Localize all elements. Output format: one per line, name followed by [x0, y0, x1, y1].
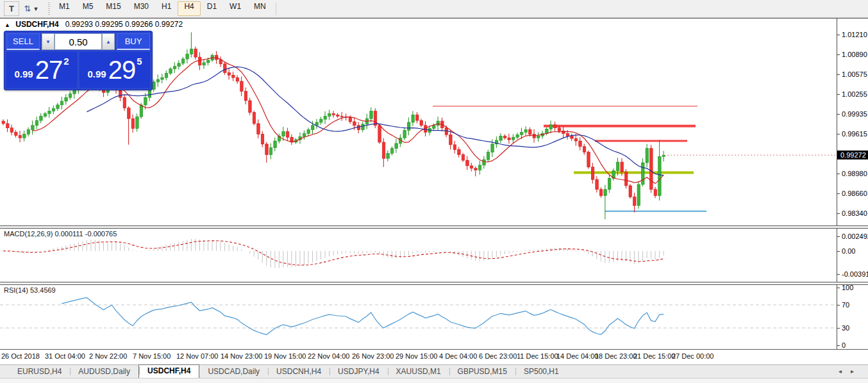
- buy-price-display[interactable]: 0.99 29 5: [79, 52, 150, 88]
- timeframe-d1[interactable]: D1: [201, 1, 223, 16]
- scale-tick-mark: [837, 35, 840, 35]
- rsi-value: 53.4569: [30, 286, 56, 294]
- mt4-terminal-window: T ⇅ ▼ M1 M5 M15 M30 H1 H4 D1 W1 MN ▲ USD…: [0, 0, 868, 383]
- toolbar-separator: [276, 3, 276, 15]
- tab-scroll-right-icon[interactable]: ▸: [851, 368, 863, 375]
- sell-price-pips: 27: [35, 53, 63, 86]
- scale-tick-label: 0.98980: [842, 170, 867, 177]
- tab-xauusd-m1[interactable]: XAUUSD,M1: [388, 366, 449, 378]
- time-scale-label: 14 Nov 23:00: [221, 352, 262, 360]
- tab-sp500-h1[interactable]: SP500,H1: [515, 366, 567, 378]
- timeframe-mn[interactable]: MN: [247, 1, 272, 16]
- spin-up-icon: ▲: [106, 39, 111, 45]
- tab-usdcad-daily[interactable]: USDCAD,Daily: [199, 366, 268, 378]
- time-scale-label: 4 Dec 04:00: [439, 352, 477, 360]
- time-scale[interactable]: 26 Oct 201831 Oct 04:002 Nov 22:007 Nov …: [0, 350, 868, 364]
- tab-usdjpy-h4[interactable]: USDJPY,H4: [330, 366, 387, 378]
- scale-tick-label: 0: [842, 341, 846, 349]
- chart-low: 0.99266: [125, 20, 153, 29]
- macd-scale[interactable]: 0.0024920.00-0.003913: [837, 229, 868, 282]
- rsi-scale[interactable]: 10070300: [837, 285, 868, 349]
- tab-gbpusd-m15[interactable]: GBPUSD,M15: [449, 366, 515, 378]
- timeframe-m5[interactable]: M5: [76, 1, 100, 16]
- toolbar-grip[interactable]: [48, 3, 50, 15]
- time-scale-label: 2 Nov 22:00: [89, 352, 127, 360]
- scale-tick-mark: [837, 94, 840, 95]
- time-scale-label: 11 Dec 15:00: [517, 352, 558, 360]
- tab-audusd-daily[interactable]: AUDUSD,Daily: [70, 366, 138, 378]
- scale-tick-label: 30: [842, 324, 849, 332]
- time-scale-label: 22 Nov 04:00: [308, 352, 349, 360]
- arrows-mode-icon: ⇅: [24, 4, 31, 13]
- timeframe-h4[interactable]: H4: [178, 1, 200, 16]
- sell-button[interactable]: SELL: [6, 33, 40, 50]
- macd-chart-canvas[interactable]: [0, 229, 837, 282]
- timeframe-m30[interactable]: M30: [128, 1, 155, 16]
- time-scale-label: 14 Dec 04:00: [556, 352, 598, 360]
- sell-price-display[interactable]: 0.99 27 2: [6, 52, 77, 88]
- time-scale-label: 26 Nov 23:00: [352, 352, 394, 360]
- scale-tick-mark: [837, 134, 840, 134]
- time-scale-label: 12 Nov 07:00: [176, 352, 218, 360]
- volume-input[interactable]: [54, 33, 102, 50]
- chart-open: 0.99293: [65, 20, 93, 29]
- tab-scroll-left-icon[interactable]: ◂: [839, 368, 851, 375]
- current-price-marker: 0.99272: [837, 151, 868, 159]
- macd-plot[interactable]: MACD(12,26,9) 0.000111 -0.000765: [0, 229, 837, 282]
- chart-tab-bar: EURUSD,H4 AUDUSD,Daily USDCHF,H4 USDCAD,…: [0, 364, 868, 378]
- sell-price-point: 2: [63, 56, 69, 67]
- time-scale-label: 19 Nov 15:00: [264, 352, 306, 360]
- rsi-panel: RSI(14) 53.4569 10070300: [0, 284, 868, 350]
- scale-tick-mark: [837, 288, 840, 288]
- macd-value-signal: -0.000765: [85, 230, 117, 238]
- macd-panel: MACD(12,26,9) 0.000111 -0.000765 0.00249…: [0, 228, 868, 282]
- time-scale-label: 29 Nov 15:00: [396, 352, 437, 360]
- price-scale[interactable]: 1.012101.008901.005751.002550.999350.996…: [837, 19, 868, 225]
- text-tool-button[interactable]: T: [4, 1, 19, 16]
- timeframe-w1[interactable]: W1: [223, 1, 247, 16]
- main-chart-panel: ▲ USDCHF,H4 0.99293 0.99295 0.99266 0.99…: [0, 18, 868, 226]
- scale-tick-label: 1.00890: [842, 51, 867, 58]
- main-chart-plot[interactable]: ▲ USDCHF,H4 0.99293 0.99295 0.99266 0.99…: [0, 19, 837, 225]
- buy-price-pips: 29: [108, 53, 136, 86]
- arrows-mode-button[interactable]: ⇅ ▼: [21, 2, 42, 15]
- buy-button[interactable]: BUY: [117, 33, 150, 50]
- time-scale-label: 21 Dec 15:00: [633, 352, 675, 360]
- timeframe-h1[interactable]: H1: [155, 1, 178, 16]
- rsi-plot[interactable]: RSI(14) 53.4569: [0, 285, 837, 349]
- scale-tick-label: 0.98660: [842, 190, 867, 197]
- timeframe-m1[interactable]: M1: [53, 1, 76, 16]
- tab-scroll-arrows[interactable]: ◂▸: [839, 368, 863, 375]
- scale-tick-mark: [837, 174, 840, 174]
- scale-tick-label: 0.98340: [842, 209, 867, 217]
- scale-tick-label: -0.003913: [842, 270, 868, 278]
- scale-tick-mark: [837, 193, 840, 194]
- tab-usdcnh-h4[interactable]: USDCNH,H4: [268, 366, 330, 378]
- scale-tick-label: 0.99935: [842, 110, 867, 118]
- rsi-chart-canvas[interactable]: [0, 285, 837, 349]
- rsi-name: RSI(14): [4, 286, 28, 294]
- scale-tick-mark: [837, 74, 840, 75]
- scale-tick-mark: [837, 345, 840, 346]
- volume-decrease-button[interactable]: ▼: [42, 33, 54, 50]
- scale-tick-label: 0.99615: [842, 130, 867, 138]
- tab-usdchf-h4[interactable]: USDCHF,H4: [138, 364, 199, 379]
- status-bar: [0, 378, 868, 383]
- one-click-trading-panel: SELL ▼ ▲ BUY 0.99 27 2: [4, 31, 153, 90]
- timeframe-m15[interactable]: M15: [99, 1, 127, 16]
- time-scale-label: 31 Oct 04:00: [45, 352, 85, 360]
- spin-down-icon: ▼: [46, 39, 51, 45]
- scale-tick-mark: [837, 213, 840, 214]
- scale-tick-label: 1.00255: [842, 90, 867, 98]
- scale-tick-mark: [837, 274, 840, 275]
- chart-close: 0.99272: [155, 20, 183, 29]
- tab-eurusd-h4[interactable]: EURUSD,H4: [9, 366, 70, 378]
- sell-price-prefix: 0.99: [14, 69, 33, 79]
- scale-tick-label: 100: [842, 284, 853, 291]
- macd-value-main: 0.000111: [54, 230, 83, 238]
- scale-tick-mark: [837, 328, 840, 329]
- dropdown-caret-icon: ▼: [33, 6, 38, 12]
- time-scale-label: 7 Nov 15:00: [133, 352, 171, 360]
- volume-increase-button[interactable]: ▲: [102, 33, 115, 50]
- time-scale-label: 26 Oct 2018: [1, 352, 40, 360]
